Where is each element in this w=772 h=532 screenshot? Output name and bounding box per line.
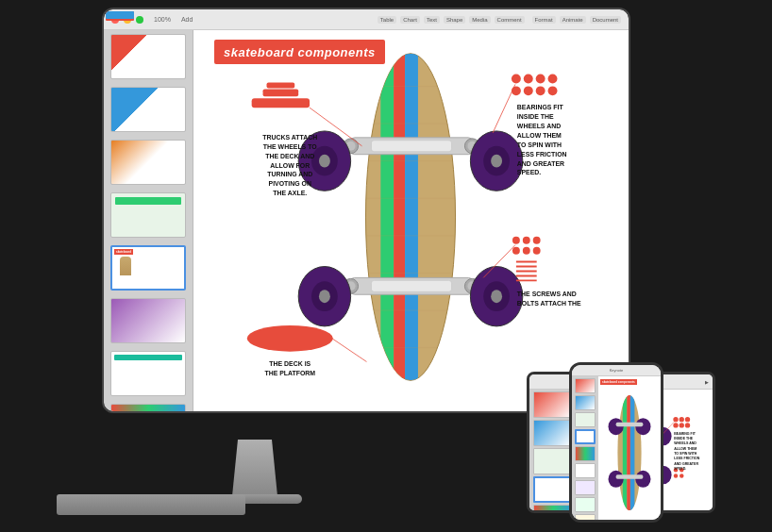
ipad-play[interactable]: ▶ [705,379,709,385]
svg-point-96 [680,417,684,422]
svg-text:ALLOW THEM: ALLOW THEM [674,447,696,451]
svg-text:TURNING AND: TURNING AND [267,171,312,177]
iphone-thumb-6[interactable] [575,463,596,478]
svg-point-52 [512,247,520,255]
slide-thumb-7[interactable] [110,351,186,396]
svg-text:BEARINGS FIT: BEARINGS FIT [517,104,564,110]
maximize-button[interactable] [136,16,143,24]
iphone-slide-panel [572,376,598,520]
svg-text:THE AXLE.: THE AXLE. [273,190,307,196]
svg-text:BOLTS ATTACH THE: BOLTS ATTACH THE [517,300,581,307]
svg-point-53 [523,247,530,255]
svg-point-40 [247,325,333,352]
svg-rect-127 [623,395,627,510]
zoom-level: 100% [154,16,171,23]
svg-point-41 [512,75,521,84]
toolbar-controls: Table Chart Text Shape Media Comment For… [378,16,621,24]
slide-thumb-4[interactable] [110,192,186,238]
iphone-thumb-7[interactable] [575,480,596,495]
svg-text:THE DECK AND: THE DECK AND [265,153,314,159]
iphone-main: skateboard components [598,376,661,520]
svg-point-45 [512,86,521,95]
svg-text:TO SPIN WITH: TO SPIN WITH [674,452,697,456]
svg-rect-2 [380,54,394,381]
slide-thumb-8[interactable] [110,404,186,411]
toolbar-comment[interactable]: Comment [495,16,525,24]
toolbar-text[interactable]: Text [424,16,440,24]
svg-text:TRUCKS ATTACH: TRUCKS ATTACH [262,134,317,141]
monitor: 100% Add Table Chart Text Shape Media Co… [102,8,630,413]
svg-text:INSIDE THE: INSIDE THE [517,113,554,120]
toolbar-media[interactable]: Media [469,16,490,24]
iphone-slide-title: skateboard components [600,379,637,385]
svg-line-63 [332,339,367,362]
svg-point-99 [680,423,684,427]
ipad-thumb-2[interactable] [533,420,573,446]
slide-thumb-2[interactable] [110,87,186,132]
toolbar-table[interactable]: Table [378,16,396,24]
iphone-thumb-1[interactable] [575,378,596,393]
svg-rect-38 [263,89,299,96]
slide-title-box: skateboard components [214,40,385,64]
svg-point-44 [548,75,558,84]
svg-point-43 [536,75,545,84]
toolbar-chart[interactable]: Chart [400,16,420,24]
svg-text:ALLOW THEM: ALLOW THEM [517,132,562,139]
slide-thumb-5-active[interactable]: skateboard [110,245,186,291]
iphone-title: Keynote [575,368,658,373]
slide-thumb-3[interactable] [110,140,186,185]
svg-rect-4 [405,54,418,381]
svg-text:LESS FRICTION: LESS FRICTION [674,457,699,460]
svg-text:PIVOTING ON: PIVOTING ON [269,180,311,187]
slide-title: skateboard components [224,45,376,59]
toolbar-shape[interactable]: Shape [444,16,465,24]
svg-point-50 [523,237,530,244]
keynote-content: skateboard skate [104,30,629,411]
iphone-slide-svg [598,386,661,520]
iphone-thumb-8[interactable] [575,497,596,512]
svg-text:AND GREATER: AND GREATER [517,160,564,167]
svg-point-36 [491,290,502,303]
main-slide[interactable]: skateboard components [193,30,629,411]
slide-svg: TRUCKS ATTACH THE WHEELS TO THE DECK AND… [193,30,629,411]
ipad-thumb-4-active[interactable] [533,476,573,503]
svg-text:TO SPIN WITH: TO SPIN WITH [517,141,562,148]
svg-point-51 [533,237,541,244]
ipad-thumb-5[interactable] [533,505,573,510]
svg-text:THE DECK IS: THE DECK IS [269,360,310,367]
svg-rect-14 [371,141,451,152]
iphone-thumb-3[interactable] [575,412,596,427]
ipad-thumb-1[interactable] [533,391,573,418]
svg-text:THE WHEELS TO: THE WHEELS TO [263,143,317,150]
svg-text:ALLOW FOR: ALLOW FOR [270,162,310,169]
svg-point-42 [524,75,533,84]
iphone-thumb-9[interactable] [575,514,596,520]
svg-text:SPEED.: SPEED. [517,169,541,175]
toolbar-document[interactable]: Document [590,16,621,24]
svg-rect-135 [616,423,644,426]
toolbar-format[interactable]: Format [532,16,556,24]
slide-thumb-1[interactable] [110,34,186,79]
svg-point-95 [673,417,678,422]
iphone: Keynote skateboard components [569,362,663,523]
iphone-thumb-4[interactable] [575,429,596,444]
svg-text:AND GREATER: AND GREATER [674,462,698,466]
svg-rect-129 [630,395,634,510]
slide-thumb-6[interactable] [110,298,186,343]
toolbar-animate[interactable]: Animate [560,16,586,24]
svg-text:WHEELS AND: WHEELS AND [517,123,561,129]
svg-point-33 [319,290,330,303]
svg-point-48 [548,86,558,95]
toolbar-add[interactable]: Add [181,16,193,23]
svg-rect-3 [394,54,405,381]
svg-point-100 [685,423,690,427]
svg-text:LESS FRICTION: LESS FRICTION [517,151,567,158]
monitor-screen: 100% Add Table Chart Text Shape Media Co… [104,9,629,411]
iphone-thumb-5[interactable] [575,446,596,461]
svg-text:INSIDE THE: INSIDE THE [674,437,694,441]
iphone-toolbar: Keynote [572,365,661,376]
iphone-thumb-2[interactable] [575,395,596,410]
svg-point-46 [524,86,533,95]
svg-rect-26 [371,280,451,291]
ipad-thumb-3[interactable] [533,448,573,474]
